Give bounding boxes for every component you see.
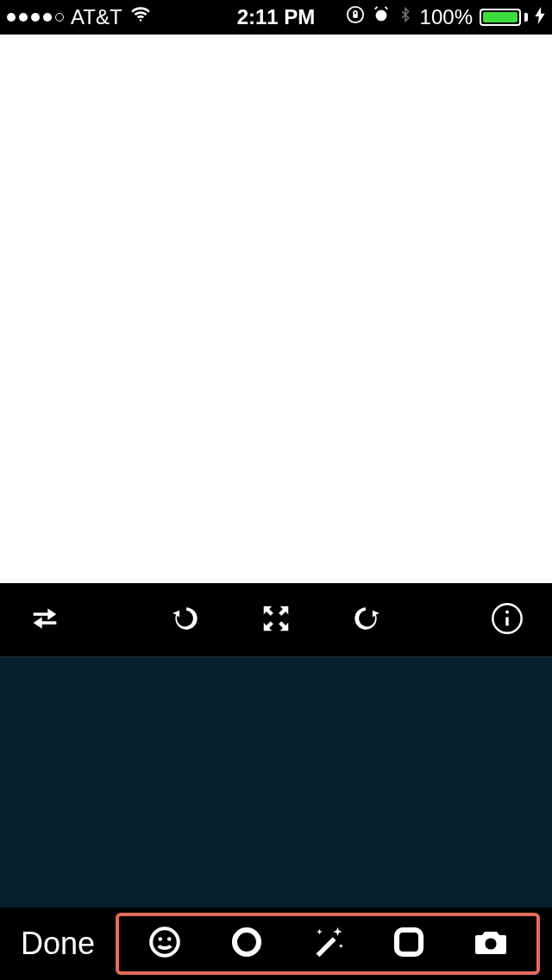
charging-icon <box>535 7 545 28</box>
circle-tab[interactable] <box>223 920 271 968</box>
swap-icon <box>28 601 62 639</box>
rounded-square-icon <box>391 924 427 964</box>
info-button[interactable] <box>488 601 526 639</box>
svg-point-8 <box>167 937 172 941</box>
svg-point-9 <box>235 930 259 954</box>
carrier-label: AT&T <box>71 5 122 29</box>
battery-icon <box>480 9 528 26</box>
orientation-lock-icon <box>346 5 365 29</box>
svg-point-5 <box>505 610 509 613</box>
camera-icon <box>470 921 511 966</box>
edit-toolbar <box>0 583 552 657</box>
canvas-area[interactable] <box>0 35 552 583</box>
effects-tab[interactable] <box>304 920 352 968</box>
status-time: 2:11 PM <box>237 5 316 29</box>
mode-tabs-highlighted <box>116 913 540 975</box>
wifi-icon <box>129 3 152 31</box>
shape-tab[interactable] <box>385 920 433 968</box>
svg-point-3 <box>375 10 386 22</box>
transform-group <box>167 601 385 639</box>
status-bar: AT&T 2:11 PM <box>0 0 552 35</box>
svg-point-6 <box>152 928 179 956</box>
svg-rect-2 <box>353 14 358 18</box>
svg-point-11 <box>485 938 496 949</box>
alarm-icon <box>372 5 391 29</box>
svg-point-7 <box>159 937 163 941</box>
smiley-icon <box>147 924 183 964</box>
swap-button[interactable] <box>26 601 64 639</box>
camera-tab[interactable] <box>467 920 515 968</box>
info-icon <box>490 601 524 639</box>
rotate-ccw-button[interactable] <box>167 601 205 639</box>
rotate-cw-icon <box>349 602 382 638</box>
stickers-tab[interactable] <box>141 920 189 968</box>
signal-dots-icon <box>7 13 64 22</box>
bluetooth-icon <box>398 5 413 29</box>
battery-percent: 100% <box>420 5 473 29</box>
screen: AT&T 2:11 PM <box>0 0 552 980</box>
bottom-bar: Done <box>0 908 552 980</box>
rotate-cw-button[interactable] <box>347 601 385 639</box>
magic-wand-icon <box>308 922 348 965</box>
arrows-out-icon <box>260 602 292 638</box>
done-button[interactable]: Done <box>9 926 107 962</box>
svg-point-0 <box>139 19 141 22</box>
status-left: AT&T <box>7 3 152 31</box>
status-right: 100% <box>346 5 545 29</box>
rotate-ccw-icon <box>170 602 203 638</box>
svg-rect-10 <box>397 930 421 954</box>
expand-button[interactable] <box>257 601 295 639</box>
circle-icon <box>229 924 265 964</box>
preview-panel[interactable] <box>0 657 552 908</box>
